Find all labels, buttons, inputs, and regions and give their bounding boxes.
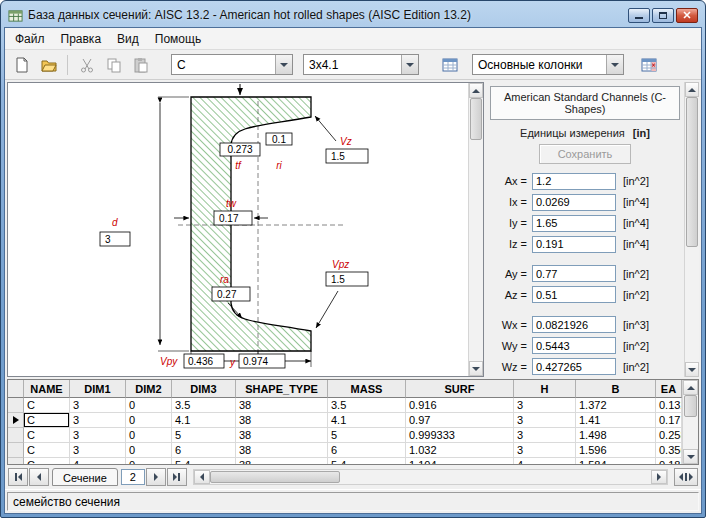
cell[interactable]: 38 — [236, 458, 328, 464]
col-h[interactable]: H — [514, 380, 576, 398]
cell[interactable]: 0.356 — [656, 443, 682, 458]
col-dim2[interactable]: DIM2 — [126, 380, 172, 398]
cell[interactable]: 0 — [126, 443, 172, 458]
scrollbar-thumb[interactable] — [470, 98, 482, 140]
scroll-right-button[interactable] — [651, 470, 667, 484]
maximize-button[interactable] — [652, 8, 674, 23]
minimize-button[interactable] — [628, 8, 650, 23]
open-button[interactable] — [36, 53, 61, 77]
cell[interactable]: 3 — [70, 398, 126, 413]
scroll-down-button[interactable] — [683, 449, 698, 464]
col-shape-type[interactable]: SHAPE_TYPE — [236, 380, 328, 398]
current-cell[interactable]: C — [24, 413, 70, 428]
scroll-down-button[interactable] — [685, 362, 699, 377]
cell[interactable]: 0 — [126, 398, 172, 413]
edit-columns-button[interactable] — [636, 53, 661, 77]
copy-button[interactable] — [101, 53, 126, 77]
cell[interactable]: 3 — [514, 428, 576, 443]
row-selector[interactable] — [8, 428, 24, 443]
scroll-left-button[interactable] — [194, 470, 210, 484]
cell[interactable]: 3.5 — [172, 398, 236, 413]
shape-size-combo[interactable]: 3x4.1 — [303, 54, 419, 75]
properties-vertical-scrollbar[interactable] — [684, 82, 699, 377]
scrollbar-thumb[interactable] — [686, 97, 698, 247]
cell[interactable]: 0.184 — [656, 458, 682, 464]
table-row[interactable]: C 3 0 5 38 5 0.999333 3 1.498 0.258 — [8, 428, 682, 443]
cell[interactable]: 1.41 — [576, 413, 656, 428]
combo-dropdown-button[interactable] — [275, 55, 292, 74]
row-selector[interactable] — [8, 458, 24, 464]
prev-record-button[interactable] — [29, 468, 49, 486]
table-row[interactable]: C 4 0 5.4 38 5.4 1.104 4 1.584 0.184 — [8, 458, 682, 464]
table-row[interactable]: C 3 0 3.5 38 3.5 0.916 3 1.372 0.132 — [8, 398, 682, 413]
cell[interactable]: 0.132 — [656, 398, 682, 413]
wx-input[interactable] — [532, 316, 616, 333]
scroll-up-button[interactable] — [469, 83, 483, 98]
cell[interactable]: 0.258 — [656, 428, 682, 443]
cut-button[interactable] — [74, 53, 99, 77]
scroll-up-button[interactable] — [685, 82, 699, 97]
scroll-up-button[interactable] — [683, 380, 698, 395]
menu-view[interactable]: Вид — [109, 29, 147, 49]
col-name[interactable]: NAME — [24, 380, 70, 398]
last-record-button[interactable] — [167, 468, 187, 486]
grid-vertical-scrollbar[interactable] — [682, 380, 698, 464]
wz-input[interactable] — [532, 358, 616, 375]
shape-family-combo[interactable]: C — [171, 54, 293, 75]
cell[interactable]: 1.372 — [576, 398, 656, 413]
current-row-selector[interactable] — [8, 413, 24, 428]
save-button[interactable]: Сохранить — [539, 144, 631, 164]
close-button[interactable] — [676, 8, 698, 23]
cell[interactable]: 38 — [236, 398, 328, 413]
grid-horizontal-scrollbar[interactable] — [193, 469, 668, 485]
menu-file[interactable]: Файл — [7, 29, 53, 49]
cell[interactable]: 3 — [70, 443, 126, 458]
record-number[interactable]: 2 — [121, 469, 145, 485]
cell[interactable]: 5 — [328, 428, 406, 443]
cell[interactable]: 5.4 — [328, 458, 406, 464]
cell[interactable]: C — [24, 443, 70, 458]
cell[interactable]: 0 — [126, 413, 172, 428]
cell[interactable]: 0.916 — [406, 398, 514, 413]
cell[interactable]: 38 — [236, 413, 328, 428]
splitter-button[interactable] — [674, 468, 698, 486]
row-selector[interactable] — [8, 443, 24, 458]
cell[interactable]: 3 — [70, 413, 126, 428]
section-tab[interactable]: Сечение — [52, 468, 118, 486]
iy-input[interactable] — [532, 215, 616, 232]
cell[interactable]: 4.1 — [172, 413, 236, 428]
scrollbar-thumb[interactable] — [210, 471, 340, 483]
cell[interactable]: 3 — [70, 428, 126, 443]
next-record-button[interactable] — [146, 468, 166, 486]
combo-dropdown-button[interactable] — [401, 55, 418, 74]
az-input[interactable] — [532, 286, 616, 303]
cell[interactable]: 0.999333 — [406, 428, 514, 443]
cell[interactable]: 0 — [126, 458, 172, 464]
scrollbar-thumb[interactable] — [684, 395, 697, 417]
col-dim1[interactable]: DIM1 — [70, 380, 126, 398]
scrollbar-track[interactable] — [210, 470, 651, 484]
cell[interactable]: 1.584 — [576, 458, 656, 464]
cell[interactable]: 1.032 — [406, 443, 514, 458]
col-ea[interactable]: EA — [656, 380, 682, 398]
cell[interactable]: 38 — [236, 443, 328, 458]
drawing-vertical-scrollbar[interactable] — [468, 83, 483, 376]
cell[interactable]: 4 — [514, 458, 576, 464]
cell[interactable]: 3.5 — [328, 398, 406, 413]
cell[interactable]: 3 — [514, 443, 576, 458]
cell[interactable]: 6 — [172, 443, 236, 458]
cell[interactable]: 0 — [126, 428, 172, 443]
cell[interactable]: 38 — [236, 428, 328, 443]
scroll-down-button[interactable] — [469, 361, 483, 376]
ax-input[interactable] — [532, 173, 616, 190]
cell[interactable]: 6 — [328, 443, 406, 458]
cell[interactable]: C — [24, 458, 70, 464]
cell[interactable]: 1.104 — [406, 458, 514, 464]
table-row[interactable]: C 3 0 6 38 6 1.032 3 1.596 0.356 — [8, 443, 682, 458]
scrollbar-track[interactable] — [683, 395, 698, 449]
ix-input[interactable] — [532, 194, 616, 211]
columns-preset-combo[interactable]: Основные колонки — [472, 54, 624, 75]
table-view-button[interactable] — [437, 53, 462, 77]
iz-input[interactable] — [532, 236, 616, 253]
new-button[interactable] — [9, 53, 34, 77]
